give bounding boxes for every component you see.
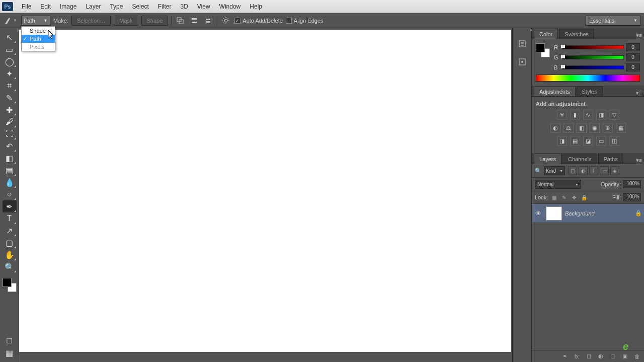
properties-panel-icon[interactable]	[517, 56, 528, 67]
opacity-input[interactable]: 100%	[623, 180, 641, 188]
delete-layer-icon[interactable]: 🗑	[633, 352, 641, 360]
menu-layer[interactable]: Layer	[81, 1, 105, 12]
panel-menu-icon[interactable]: ▾≡	[634, 32, 644, 39]
filter-type-icon[interactable]: T	[589, 166, 598, 175]
tab-swatches[interactable]: Swatches	[559, 29, 594, 39]
move-tool[interactable]: ↖	[3, 31, 17, 43]
marquee-tool[interactable]: ▭	[3, 43, 17, 55]
curves-icon[interactable]: ∿	[583, 110, 593, 120]
filter-smart-icon[interactable]: ◈	[610, 166, 619, 175]
blue-slider[interactable]: B0	[554, 63, 640, 71]
mode-option-shape[interactable]: Shape	[22, 27, 55, 35]
rectangle-tool[interactable]: ▢	[3, 237, 17, 249]
menu-view[interactable]: View	[193, 1, 215, 12]
tab-channels[interactable]: Channels	[562, 154, 597, 164]
current-tool-icon[interactable]: ▼	[3, 15, 18, 26]
align-edges-checkbox[interactable]: Align Edges	[286, 18, 324, 24]
color-preview-swatch[interactable]	[536, 43, 550, 57]
exposure-icon[interactable]: ◨	[596, 110, 606, 120]
layer-mask-icon[interactable]: ◻	[585, 352, 593, 360]
healing-brush-tool[interactable]: ✚	[3, 104, 17, 116]
history-brush-tool[interactable]: ↶	[3, 140, 17, 152]
eyedropper-tool[interactable]: ✎	[3, 92, 17, 104]
fill-input[interactable]: 100%	[623, 193, 641, 201]
menu-help[interactable]: Help	[245, 1, 267, 12]
tab-color[interactable]: Color	[534, 29, 558, 39]
lock-all-icon[interactable]: 🔒	[580, 193, 588, 201]
eraser-tool[interactable]: ◧	[3, 152, 17, 164]
color-balance-icon[interactable]: ⚖	[564, 123, 574, 133]
new-group-icon[interactable]: ▢	[609, 352, 617, 360]
menu-3d[interactable]: 3D	[176, 1, 192, 12]
levels-icon[interactable]: ▮	[570, 110, 580, 120]
foreground-background-swatch[interactable]	[3, 278, 17, 292]
layer-name[interactable]: Background	[565, 210, 632, 216]
clone-stamp-tool[interactable]: ⛶	[3, 128, 17, 140]
document-canvas[interactable]	[19, 30, 511, 352]
screen-mode-icon[interactable]: ▦	[3, 347, 17, 359]
link-layers-icon[interactable]: ⚭	[560, 352, 569, 360]
new-layer-icon[interactable]: ▣	[621, 352, 629, 360]
layer-row[interactable]: 👁 Background 🔒	[532, 204, 644, 223]
photo-filter-icon[interactable]: ◉	[590, 123, 600, 133]
posterize-icon[interactable]: ▤	[570, 136, 580, 146]
zoom-tool[interactable]: 🔍	[3, 261, 17, 273]
quick-mask-icon[interactable]: ◻	[3, 334, 17, 346]
blend-mode-dropdown[interactable]: Normal▼	[535, 180, 581, 189]
foreground-color[interactable]	[3, 278, 12, 287]
blur-tool[interactable]: 💧	[3, 176, 17, 188]
green-slider[interactable]: G0	[554, 53, 640, 61]
brush-tool[interactable]: 🖌	[3, 116, 17, 128]
panel-menu-icon[interactable]: ▾≡	[634, 157, 644, 164]
hand-tool[interactable]: ✋	[3, 249, 17, 261]
auto-add-delete-checkbox[interactable]: Auto Add/Delete	[234, 18, 283, 24]
color-lookup-icon[interactable]: ▦	[616, 123, 626, 133]
lasso-tool[interactable]: ◯	[3, 55, 17, 67]
lock-pixels-icon[interactable]: ✎	[560, 193, 568, 201]
invert-icon[interactable]: ◨	[557, 136, 567, 146]
tab-adjustments[interactable]: Adjustments	[534, 86, 576, 96]
layer-thumbnail[interactable]	[546, 206, 562, 221]
pen-tool[interactable]: ✒	[3, 200, 17, 212]
type-tool[interactable]: T	[3, 212, 17, 225]
channel-mixer-icon[interactable]: ⊕	[603, 123, 613, 133]
gradient-tool[interactable]: ▤	[3, 164, 17, 176]
color-spectrum[interactable]	[536, 75, 640, 82]
collapse-panels-icon[interactable]: «	[530, 27, 533, 33]
path-arrangement-icon[interactable]	[203, 16, 214, 26]
menu-type[interactable]: Type	[105, 1, 127, 12]
mode-option-path[interactable]: ✓Path	[22, 35, 55, 43]
tab-layers[interactable]: Layers	[534, 154, 561, 164]
menu-filter[interactable]: Filter	[153, 1, 176, 12]
vibrance-icon[interactable]: ▽	[609, 110, 619, 120]
dodge-tool[interactable]: ○	[3, 188, 17, 200]
workspace-dropdown[interactable]: Essentials ▼	[586, 16, 641, 26]
make-selection-button[interactable]: Selection…	[71, 16, 111, 26]
mode-option-pixels[interactable]: Pixels	[22, 43, 55, 51]
red-slider[interactable]: R0	[554, 43, 640, 51]
gear-icon[interactable]	[220, 16, 231, 26]
layer-kind-dropdown[interactable]: Kind▼	[544, 166, 565, 175]
menu-window[interactable]: Window	[215, 1, 246, 12]
filter-adjustment-icon[interactable]: ◐	[579, 166, 588, 175]
path-operations-icon[interactable]	[175, 16, 186, 26]
black-white-icon[interactable]: ◧	[577, 123, 587, 133]
hue-saturation-icon[interactable]: ◐	[550, 123, 560, 133]
make-mask-button[interactable]: Mask	[114, 16, 138, 26]
menu-edit[interactable]: Edit	[36, 1, 55, 12]
new-adjustment-layer-icon[interactable]: ◐	[597, 352, 605, 360]
search-icon[interactable]: 🔍	[535, 167, 542, 174]
path-alignment-icon[interactable]	[189, 16, 200, 26]
gradient-map-icon[interactable]: ▭	[596, 136, 606, 146]
tab-styles[interactable]: Styles	[577, 86, 603, 96]
selective-color-icon[interactable]: ◫	[609, 136, 619, 146]
crop-tool[interactable]: ⌗	[3, 80, 17, 92]
filter-shape-icon[interactable]: ▭	[600, 166, 609, 175]
tab-paths[interactable]: Paths	[598, 154, 623, 164]
filter-pixel-icon[interactable]: ▢	[568, 166, 577, 175]
menu-file[interactable]: File	[17, 1, 36, 12]
brightness-contrast-icon[interactable]: ☀	[557, 110, 567, 120]
menu-image[interactable]: Image	[55, 1, 81, 12]
menu-select[interactable]: Select	[127, 1, 153, 12]
layer-style-icon[interactable]: fx	[573, 352, 581, 360]
